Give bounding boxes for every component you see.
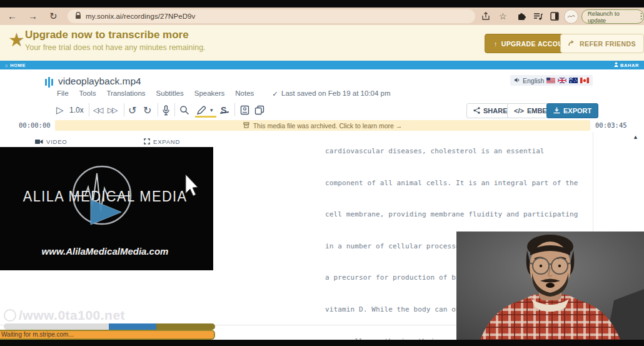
- toolbar-separator: [174, 103, 175, 116]
- browser-reload-button[interactable]: ↻: [49, 8, 58, 25]
- scroll-to-top-icon[interactable]: ▲: [633, 134, 638, 140]
- progress-segment-blue: [109, 323, 156, 330]
- file-title[interactable]: videoplayback.mp4: [58, 76, 141, 87]
- media-progress-track[interactable]: [4, 323, 215, 330]
- menu-notes[interactable]: Notes: [235, 89, 254, 98]
- mouse-cursor: [186, 175, 198, 196]
- toolbar-separator: [158, 103, 158, 116]
- video-frame: ALILA MEDICAL MEDIA www.AlilaMedicalMedi…: [0, 147, 213, 270]
- progress-segment-olive: [156, 323, 215, 330]
- undo-icon[interactable]: ↺: [128, 102, 136, 118]
- expand-icon: [144, 136, 150, 147]
- bottom-letterbox: [0, 340, 644, 346]
- search-icon[interactable]: [179, 102, 189, 118]
- browser-toolbar: ← → ↻ my.sonix.ai/recordings/27NPeD9v ☆ …: [0, 8, 644, 26]
- video-player[interactable]: ALILA MEDICAL MEDIA www.AlilaMedicalMedi…: [0, 147, 213, 270]
- video-brand-text: ALILA MEDICAL MEDIA: [23, 188, 188, 205]
- video-url-text: www.AlilaMedicalMedia.com: [42, 246, 169, 257]
- sidebar-panel-icon[interactable]: [550, 12, 559, 23]
- webcam-overlay: [456, 232, 644, 340]
- nav-home-link[interactable]: ⌂ HOME: [5, 61, 26, 69]
- transcript-line[interactable]: component of all animal cells. It is an …: [325, 176, 594, 191]
- refer-arrow-icon: [568, 40, 576, 48]
- waveform-icon: [45, 77, 53, 88]
- person-left-eye: [540, 265, 542, 267]
- toolbar-separator: [89, 103, 89, 116]
- last-saved-status: ✓ Last saved on Feb 19 at 10:04 pm: [272, 89, 390, 98]
- flag-uk-icon[interactable]: [558, 78, 566, 83]
- watermark-text: /www.0ta100.net: [19, 308, 125, 323]
- transcript-line[interactable]: cardiovascular diseases, cholesterol is …: [325, 144, 594, 160]
- total-time: 00:03:45: [595, 121, 627, 129]
- url-bar[interactable]: my.sonix.ai/recordings/27NPeD9v: [68, 9, 475, 23]
- rewind-icon[interactable]: ◁◁: [93, 102, 102, 118]
- flag-au-icon[interactable]: [569, 78, 578, 83]
- extensions-puzzle-icon[interactable]: [517, 12, 526, 23]
- check-icon: ✓: [272, 89, 278, 98]
- menu-subtitles[interactable]: Subtitles: [156, 89, 184, 98]
- document-menubar: File Tools Translations Subtitles Speake…: [57, 89, 391, 98]
- browser-status-text: Waiting for m.stripe.com...: [1, 331, 74, 338]
- fast-forward-icon[interactable]: ▷▷: [108, 102, 116, 118]
- menu-tools[interactable]: Tools: [79, 89, 96, 98]
- app-navbar: ⌂ HOME BAHAR: [0, 61, 644, 69]
- export-button[interactable]: EXPORT: [546, 103, 598, 118]
- tab-video[interactable]: VIDEO: [35, 136, 68, 147]
- menu-speakers[interactable]: Speakers: [194, 89, 225, 98]
- browser-back-button[interactable]: ←: [8, 8, 17, 25]
- download-icon: [553, 107, 560, 115]
- home-icon: ⌂: [5, 63, 8, 68]
- lock-icon: [75, 11, 81, 22]
- playlist-music-icon[interactable]: [533, 12, 543, 23]
- watermark: /www.0ta100.net: [4, 308, 125, 323]
- highlight-color-bar: [195, 116, 216, 118]
- document-icon[interactable]: [240, 102, 249, 118]
- user-icon: [614, 62, 618, 68]
- refer-friends-button[interactable]: REFER FRIENDS: [560, 34, 644, 53]
- menu-translations[interactable]: Translations: [106, 89, 145, 98]
- speaker-icon: [514, 77, 520, 84]
- play-button[interactable]: ▷: [56, 102, 64, 118]
- up-arrow-icon: ↑: [494, 40, 498, 48]
- strikethrough-icon[interactable]: S: [221, 102, 226, 118]
- nav-user-link[interactable]: BAHAR: [614, 61, 639, 69]
- redo-icon[interactable]: ↻: [143, 102, 151, 118]
- toolbar-separator: [234, 103, 235, 116]
- banner-title: Upgrade now to transcribe more: [25, 29, 189, 41]
- banner-star-icon: ★: [8, 31, 25, 49]
- flag-us-icon[interactable]: [546, 78, 555, 83]
- watermark-logo-icon: [4, 309, 16, 322]
- relaunch-to-update-button[interactable]: Relaunch to update: [581, 9, 644, 24]
- screen: ← → ↻ my.sonix.ai/recordings/27NPeD9v ☆ …: [0, 0, 644, 346]
- person-right-eye: [558, 265, 561, 267]
- bookmark-star-icon[interactable]: ☆: [499, 8, 507, 25]
- video-camera-icon: [35, 136, 43, 147]
- person-mouth: [546, 283, 555, 288]
- language-label: English: [523, 77, 544, 84]
- archive-box-icon: [243, 122, 249, 130]
- upgrade-banner: ★ Upgrade now to transcribe more Your fr…: [0, 25, 644, 61]
- tab-expand[interactable]: EXPAND: [144, 136, 180, 147]
- flag-ca-icon[interactable]: [580, 78, 589, 83]
- toolbar-separator: [124, 103, 124, 116]
- browser-profile-avatar[interactable]: [564, 9, 578, 24]
- menu-file[interactable]: File: [57, 89, 69, 98]
- language-selector[interactable]: English: [510, 75, 593, 86]
- browser-menu-dots-icon[interactable]: ⋮: [637, 8, 644, 25]
- browser-forward-button[interactable]: →: [28, 8, 38, 25]
- copy-icon[interactable]: [254, 102, 264, 118]
- share-page-icon[interactable]: [481, 12, 490, 23]
- share-nodes-icon: [473, 107, 480, 115]
- code-icon: </>: [514, 107, 524, 114]
- banner-subtitle: Your free trial does not have any minute…: [25, 43, 206, 52]
- microphone-icon[interactable]: [162, 102, 170, 118]
- top-letterbox: [0, 0, 644, 8]
- transcript-line[interactable]: cell membrane, providing membrane fluidi…: [325, 207, 594, 223]
- webcam-video: [456, 232, 644, 340]
- current-time: 00:00:00: [19, 121, 51, 129]
- url-text: my.sonix.ai/recordings/27NPeD9v: [86, 13, 195, 20]
- playback-speed-button[interactable]: 1.0x: [69, 102, 84, 118]
